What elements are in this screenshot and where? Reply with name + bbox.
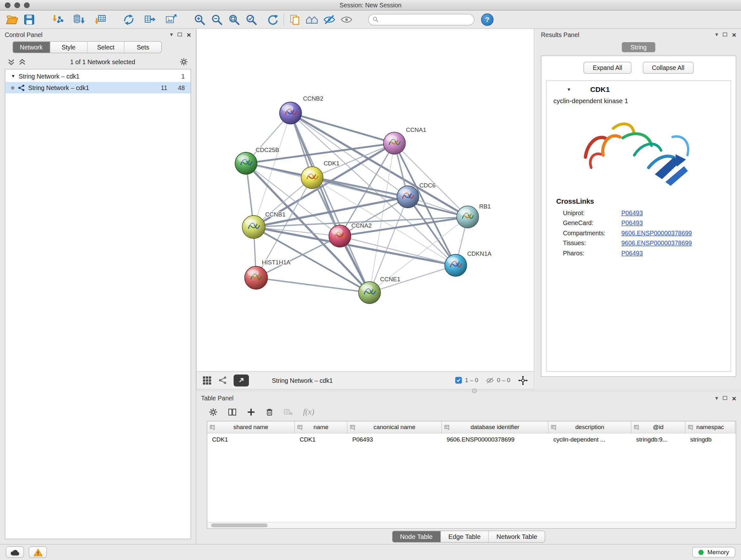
network-canvas[interactable]: CCNB2CCNA1CDC25BCDK1CDC6RB1CCNB1CCNA2CDK… <box>197 29 534 371</box>
crosslink-link[interactable]: 9606.ENSP00000378699 <box>621 240 692 247</box>
panel-close-icon[interactable]: × <box>732 394 736 402</box>
panel-menu-icon[interactable]: ▾ <box>715 395 718 401</box>
houses-icon[interactable] <box>305 12 320 26</box>
horizontal-splitter[interactable] <box>196 389 741 392</box>
hidden-eye-icon[interactable] <box>486 376 494 384</box>
collapse-all-icon[interactable] <box>8 58 15 65</box>
panel-float-icon[interactable] <box>723 396 727 400</box>
panel-menu-icon[interactable]: ▾ <box>170 32 173 37</box>
network-edge-HIST1H1A-CCNE1[interactable] <box>256 278 370 293</box>
expand-all-button[interactable]: Expand All <box>584 62 631 74</box>
minimize-window-button[interactable] <box>14 3 20 8</box>
eye-slash-icon[interactable] <box>322 12 337 26</box>
expand-all-icon[interactable] <box>19 58 26 65</box>
crosslink-link[interactable]: 9606.ENSP00000378699 <box>621 230 692 237</box>
zoom-out-icon[interactable] <box>210 12 224 26</box>
maximize-window-button[interactable] <box>24 3 30 8</box>
tab-string[interactable]: String <box>622 42 656 52</box>
network-edge-CCNA2-HIST1H1A[interactable] <box>256 236 340 278</box>
toolbar-search[interactable] <box>368 14 475 25</box>
gear-icon[interactable] <box>180 57 188 66</box>
tab-network[interactable]: Network <box>13 42 51 53</box>
eye-icon[interactable] <box>340 12 354 26</box>
tab-node-table[interactable]: Node Table <box>392 531 441 542</box>
column-header-database-identifier[interactable]: database identifier <box>442 422 549 433</box>
column-header--id[interactable]: @id <box>631 422 686 433</box>
network-node-RB1[interactable]: RB1 <box>457 203 491 228</box>
memory-button[interactable]: Memory <box>692 547 735 557</box>
table-row[interactable]: CDK1CDK1P064939606.ENSP00000378699cyclin… <box>207 434 736 446</box>
help-icon[interactable]: ? <box>481 13 494 25</box>
splitter-knob[interactable] <box>472 388 477 393</box>
network-edge-CCNB2-RB1[interactable] <box>291 113 468 217</box>
table-horizontal-scrollbar[interactable] <box>207 522 736 528</box>
traffic-lights <box>5 3 30 8</box>
panel-close-icon[interactable]: × <box>732 30 736 39</box>
tab-network-table[interactable]: Network Table <box>489 531 545 542</box>
cloud-button[interactable] <box>6 547 24 558</box>
network-edge-CCNB2-CCNA1[interactable] <box>291 113 395 143</box>
control-panel-tabs: NetworkStyleSelectSets <box>12 41 162 53</box>
zoom-in-icon[interactable] <box>192 12 207 26</box>
export-image-icon[interactable] <box>164 12 178 26</box>
column-header-name[interactable]: name <box>295 422 347 433</box>
tab-style[interactable]: Style <box>50 42 87 53</box>
column-header-canonical-name[interactable]: canonical name <box>347 422 442 433</box>
crosslink-row: Uniprot:P06493 <box>547 208 731 218</box>
crosslink-row: GeneCard:P06493 <box>547 218 731 228</box>
column-header-shared-name[interactable]: shared name <box>207 422 295 433</box>
network-collection-row[interactable]: ▼ String Network – cdk1 1 <box>5 71 191 82</box>
crosslink-link[interactable]: P06493 <box>621 250 643 257</box>
share-network-icon[interactable] <box>218 376 227 385</box>
delete-column-icon[interactable] <box>265 408 274 417</box>
search-input[interactable] <box>382 16 470 23</box>
results-panel: Results Panel ▾ × String Expand All Coll… <box>536 29 741 389</box>
open-session-icon[interactable] <box>5 12 19 26</box>
zoom-fit-icon[interactable] <box>227 12 241 26</box>
network-node-HIST1H1A[interactable]: HIST1H1A <box>245 259 291 289</box>
panel-menu-icon[interactable]: ▾ <box>715 32 718 37</box>
tree-expand-icon[interactable]: ▼ <box>11 74 15 78</box>
panel-close-icon[interactable]: × <box>187 30 191 39</box>
tab-sets[interactable]: Sets <box>125 42 161 53</box>
network-from-table-icon[interactable] <box>143 12 157 26</box>
network-edge-CCNB2-CCNE1[interactable] <box>291 113 370 293</box>
import-table-file-icon[interactable] <box>93 12 107 26</box>
open-in-browser-button[interactable] <box>233 374 249 386</box>
network-node-CCNE1[interactable]: CCNE1 <box>359 276 401 304</box>
import-network-database-icon[interactable] <box>72 12 86 26</box>
add-column-icon[interactable] <box>247 408 256 417</box>
network-node-CCNA1[interactable]: CCNA1 <box>384 126 426 154</box>
zoom-selected-icon[interactable] <box>244 12 259 26</box>
network-tree: ▼ String Network – cdk1 1 String Network… <box>5 69 191 539</box>
crosslink-link[interactable]: P06493 <box>621 209 643 217</box>
collapse-all-button[interactable]: Collapse All <box>643 62 693 74</box>
string-network-icon <box>18 84 25 91</box>
import-network-file-icon[interactable] <box>51 12 65 26</box>
birdseye-grid-icon[interactable] <box>203 376 212 385</box>
network-row[interactable]: String Network – cdk1 11 48 <box>5 82 191 94</box>
warning-button[interactable] <box>29 547 47 558</box>
crosslink-label: Tissues: <box>563 240 621 247</box>
crosslink-link[interactable]: P06493 <box>621 219 643 227</box>
tab-edge-table[interactable]: Edge Table <box>441 531 488 542</box>
collapse-section-icon[interactable]: ▼ <box>567 87 571 91</box>
selection-checkbox-icon[interactable] <box>455 377 462 384</box>
refresh-view-icon[interactable] <box>265 12 280 26</box>
column-header-description[interactable]: description <box>549 422 631 433</box>
network-node-CCNB1[interactable]: CCNB1 <box>242 211 286 239</box>
column-header-namespac[interactable]: namespac <box>685 422 735 433</box>
panel-float-icon[interactable] <box>723 33 727 37</box>
panel-float-icon[interactable] <box>178 33 182 37</box>
table-gear-icon[interactable] <box>209 408 218 417</box>
scrollbar-thumb[interactable] <box>211 523 268 527</box>
save-session-icon[interactable] <box>22 12 37 26</box>
pages-icon[interactable] <box>288 12 302 26</box>
tab-select[interactable]: Select <box>87 42 125 53</box>
pan-crosshair-icon[interactable] <box>518 375 528 385</box>
network-node-CDKN1A[interactable]: CDKN1A <box>445 250 492 276</box>
network-node-CCNA2[interactable]: CCNA2 <box>329 222 372 247</box>
clone-network-icon[interactable] <box>122 12 136 26</box>
split-columns-icon[interactable] <box>227 408 237 417</box>
close-window-button[interactable] <box>5 3 10 8</box>
